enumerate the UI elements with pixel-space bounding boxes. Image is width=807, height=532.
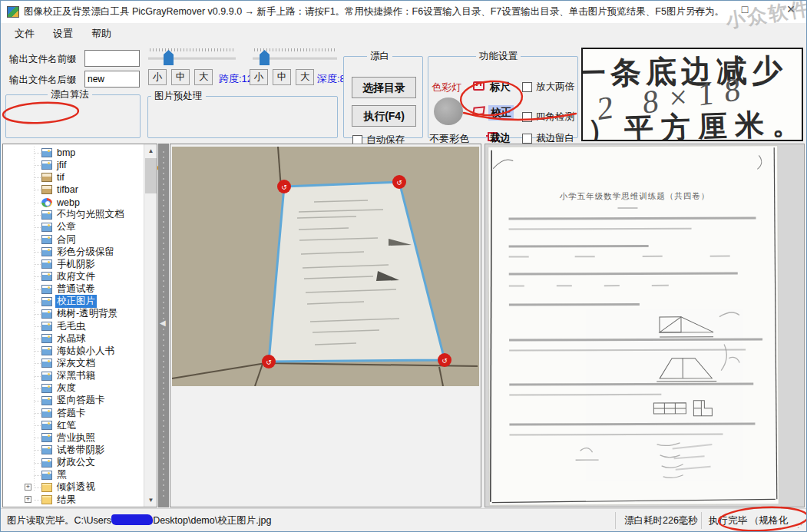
- corner-detect-checkbox[interactable]: 四角检测: [522, 111, 574, 124]
- tree-item-label[interactable]: webp: [55, 197, 81, 208]
- tree-item-label[interactable]: 手机阴影: [55, 258, 97, 271]
- tree-item-label[interactable]: 彩色分级保留: [55, 246, 116, 259]
- menu-help[interactable]: 帮助: [91, 27, 111, 41]
- select-dir-button[interactable]: 选择目录: [352, 77, 416, 98]
- tree-item-label[interactable]: 深灰文档: [55, 357, 97, 370]
- tree-item-label[interactable]: 倾斜透视: [55, 481, 97, 494]
- tree-item-label[interactable]: 普通试卷: [55, 283, 97, 296]
- source-photo[interactable]: ↺ ↺ ↺ ↺: [172, 147, 479, 386]
- ruler-icon[interactable]: [473, 81, 485, 91]
- zoom2x-label[interactable]: 放大两倍: [536, 81, 574, 94]
- tree-item-label[interactable]: 合同: [55, 233, 78, 246]
- ruler-label[interactable]: 标尺: [490, 81, 511, 94]
- depth-small-button[interactable]: 小: [250, 69, 268, 85]
- tree-item[interactable]: 手机阴影: [3, 258, 144, 270]
- collapse-arrow-icon[interactable]: ◀: [160, 319, 166, 327]
- correct-icon[interactable]: [472, 106, 485, 116]
- tree-item[interactable]: 红笔: [3, 419, 144, 431]
- minimize-button[interactable]: —: [690, 3, 707, 15]
- tree-item-label[interactable]: bmp: [55, 147, 77, 158]
- checkbox-icon[interactable]: [522, 82, 532, 92]
- menu-settings[interactable]: 设置: [53, 27, 73, 41]
- source-photo-panel[interactable]: ↺ ↺ ↺ ↺: [170, 144, 481, 507]
- tree-item-label[interactable]: 深黑书籍: [55, 369, 97, 382]
- tree-item-label[interactable]: jfif: [55, 160, 68, 170]
- whitened-document[interactable]: 小学五年级数学思维训练题（共四卷）: [488, 146, 779, 504]
- tree-item[interactable]: 答题卡: [3, 407, 144, 419]
- tree-item[interactable]: jfif: [3, 159, 144, 171]
- tree-item[interactable]: +倾斜透视: [3, 481, 144, 494]
- tree-item[interactable]: 海姑娘小人书: [3, 345, 144, 357]
- tree-item[interactable]: 毛毛虫: [3, 320, 144, 332]
- tree-item[interactable]: tif: [3, 171, 144, 183]
- tree-item-label[interactable]: 海姑娘小人书: [55, 345, 116, 358]
- tree-item[interactable]: 营业执照: [3, 431, 144, 444]
- tree-item-label[interactable]: 红笔: [55, 419, 78, 432]
- expand-icon[interactable]: +: [25, 484, 31, 491]
- tree-item-label[interactable]: tifbar: [55, 184, 80, 195]
- tree-item-label[interactable]: 灰度: [55, 382, 78, 395]
- maximize-button[interactable]: □: [736, 3, 753, 15]
- tree-item[interactable]: 公章: [3, 221, 144, 233]
- scroll-down-icon[interactable]: ▼: [144, 494, 157, 507]
- tree-item[interactable]: +结果: [3, 494, 144, 506]
- checkbox-icon[interactable]: [522, 134, 532, 144]
- tree-item[interactable]: 彩色分级保留: [3, 246, 144, 258]
- depth-medium-button[interactable]: 中: [273, 69, 291, 85]
- scroll-up-icon[interactable]: ▲: [144, 144, 157, 157]
- tree-item-label[interactable]: 结果: [55, 494, 78, 507]
- tree-item[interactable]: 普通试卷: [3, 283, 144, 296]
- tree-item[interactable]: 财政公文: [3, 457, 144, 469]
- tree-item[interactable]: 校正图片: [3, 296, 144, 308]
- tree-item[interactable]: 合同: [3, 233, 144, 246]
- result-preview-panel[interactable]: 小学五年级数学思维训练题（共四卷）: [485, 144, 805, 507]
- tree-item[interactable]: 竖向答题卡: [3, 395, 144, 407]
- tree-item[interactable]: 灰度: [3, 382, 144, 395]
- tree-item-label[interactable]: 财政公文: [55, 456, 97, 469]
- corner-detect-label[interactable]: 四角检测: [536, 111, 574, 124]
- close-button[interactable]: ✕: [782, 3, 799, 15]
- tree-item[interactable]: 不均匀光照文档: [3, 209, 144, 221]
- suffix-input[interactable]: [84, 71, 140, 88]
- zoom2x-checkbox[interactable]: 放大两倍: [522, 81, 574, 94]
- span-large-button[interactable]: 大: [194, 69, 213, 85]
- checkbox-icon[interactable]: [522, 112, 532, 122]
- tree-item-label[interactable]: 校正图片: [55, 295, 97, 308]
- resize-grip[interactable]: ⋰: [797, 520, 805, 530]
- tree-item-label[interactable]: 不均匀光照文档: [55, 208, 126, 221]
- tree-item-label[interactable]: 水晶球: [55, 332, 88, 345]
- prefix-input[interactable]: [84, 50, 140, 67]
- scrollbar-thumb[interactable]: [145, 158, 157, 193]
- tree-item[interactable]: 水晶球: [3, 332, 144, 345]
- color-light-indicator[interactable]: [434, 97, 463, 125]
- depth-slider-thumb[interactable]: [260, 50, 270, 65]
- tree-item-label[interactable]: 试卷带阴影: [55, 444, 107, 457]
- tree-item[interactable]: 试卷带阴影: [3, 444, 144, 456]
- tree-item-label[interactable]: 桃树-透明背景: [55, 307, 119, 320]
- tree-item[interactable]: 深灰文档: [3, 357, 144, 369]
- tree-item[interactable]: 黑: [3, 469, 144, 481]
- menu-file[interactable]: 文件: [15, 27, 35, 41]
- correct-label[interactable]: 校正: [488, 105, 514, 121]
- tree-item-label[interactable]: 政府文件: [55, 270, 97, 283]
- span-small-button[interactable]: 小: [148, 69, 167, 85]
- tree-item-label[interactable]: 竖向答题卡: [55, 394, 107, 407]
- tree-item[interactable]: 桃树-透明背景: [3, 308, 144, 320]
- pane-splitter[interactable]: ◀: [158, 144, 169, 507]
- expand-icon[interactable]: +: [25, 496, 31, 503]
- span-slider-thumb[interactable]: [164, 50, 174, 65]
- tree-item[interactable]: tifbar: [3, 183, 144, 196]
- tree-item-label[interactable]: 营业执照: [55, 431, 97, 444]
- span-slider-track[interactable]: [148, 58, 236, 60]
- tree-item-label[interactable]: 答题卡: [55, 407, 88, 420]
- tree-item-label[interactable]: 黑: [55, 468, 68, 481]
- tree-item[interactable]: 政府文件: [3, 270, 144, 283]
- depth-large-button[interactable]: 大: [296, 69, 314, 85]
- tree-item-label[interactable]: tif: [55, 172, 66, 183]
- tree-item-label[interactable]: 毛毛虫: [55, 320, 88, 333]
- span-medium-button[interactable]: 中: [171, 69, 190, 85]
- tree-item[interactable]: 深黑书籍: [3, 370, 144, 382]
- tree-item-label[interactable]: 公章: [55, 220, 78, 233]
- tree-item[interactable]: webp: [3, 197, 144, 209]
- tree-scrollbar[interactable]: ▲ ▼: [144, 144, 157, 507]
